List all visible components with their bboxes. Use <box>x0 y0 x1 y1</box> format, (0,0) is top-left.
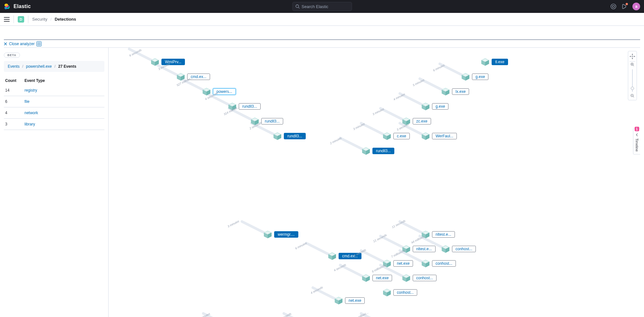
global-search[interactable]: Search Elastic <box>292 2 352 11</box>
pan-control[interactable] <box>629 53 636 60</box>
svg-marker-10 <box>630 56 631 57</box>
edge-duration-label: 6 seconds <box>129 48 142 57</box>
process-node[interactable]: lx.exe <box>441 87 469 96</box>
svg-marker-11 <box>634 56 635 57</box>
edge-duration-label: 11 seconds <box>373 233 388 243</box>
process-cube-icon <box>402 117 411 126</box>
edge-duration-label: 4 minutes <box>393 93 406 101</box>
app-name: Elastic <box>14 4 31 9</box>
process-node[interactable]: rundll3... <box>273 132 306 141</box>
table-row[interactable]: 6file <box>4 96 104 107</box>
table-row[interactable]: 14registry <box>4 85 104 96</box>
timeline-flyout-tab[interactable]: 1 Timeline <box>633 128 640 154</box>
process-cube-icon <box>361 146 370 155</box>
process-node[interactable]: powers... <box>202 87 236 96</box>
help-icon[interactable] <box>610 4 616 9</box>
process-label: rundll3... <box>372 148 394 154</box>
news-icon[interactable] <box>621 4 627 9</box>
process-node[interactable]: wermgr.... <box>263 230 298 239</box>
process-graph-canvas[interactable]: WmiPrv...6 seconds cmd.ex...3 minutes po… <box>109 48 640 317</box>
process-node[interactable]: g.exe <box>421 102 448 111</box>
search-placeholder: Search Elastic <box>302 4 328 9</box>
breadcrumb-security[interactable]: Security <box>32 17 47 22</box>
edge-duration-label: 3 minutes <box>227 220 240 228</box>
crumb-current: 27 Events <box>58 64 76 69</box>
process-node[interactable]: nltest.e... <box>421 230 455 239</box>
process-node[interactable]: nltest.e... <box>402 244 436 253</box>
process-node[interactable]: rundll3... <box>361 146 394 155</box>
process-node[interactable]: WerFaul... <box>421 132 457 141</box>
zoom-in-button[interactable] <box>630 63 634 67</box>
analyzer-bar: Close analyzer <box>4 39 640 48</box>
process-cube-icon <box>461 72 470 81</box>
close-analyzer-button[interactable]: Close analyzer <box>4 42 34 46</box>
edge-duration-label: 76 millisec... <box>353 311 369 317</box>
process-label: powers... <box>213 88 236 95</box>
process-cube-icon <box>228 102 237 111</box>
process-label: conhost... <box>432 260 456 267</box>
process-node[interactable]: rundll3... <box>228 102 261 111</box>
edge-duration-label: 5 minutes <box>412 78 425 87</box>
process-cube-icon <box>421 230 430 239</box>
process-label: net.exe <box>393 260 413 267</box>
process-node[interactable]: rundll3... <box>250 117 283 126</box>
process-node[interactable]: cmd.ex... <box>176 72 210 81</box>
nav-toggle-icon[interactable] <box>4 17 10 22</box>
process-label: rundll3... <box>284 133 306 139</box>
elastic-logo-icon <box>4 3 10 10</box>
zoom-slider[interactable] <box>632 69 633 92</box>
process-node[interactable]: net.exe <box>382 259 413 268</box>
svg-line-1 <box>298 7 300 9</box>
svg-point-12 <box>632 56 633 57</box>
process-label: net.exe <box>372 275 392 281</box>
process-label: g.exe <box>472 74 488 80</box>
process-node[interactable]: WmiPrv... <box>150 57 185 66</box>
edge-duration-label: 3 minutes <box>353 122 365 131</box>
process-cube-icon <box>441 244 450 253</box>
svg-point-0 <box>296 5 299 8</box>
process-node[interactable]: c.exe <box>382 132 410 141</box>
process-cube-icon <box>481 57 490 66</box>
timeline-label: Timeline <box>635 138 639 152</box>
edge-duration-label: 11 seconds <box>391 219 406 229</box>
edge-duration-label: 3 minutes <box>372 107 385 116</box>
edge-duration-label: 4 seconds <box>310 286 323 295</box>
process-node[interactable]: conhost... <box>382 288 417 297</box>
process-node[interactable]: net.exe <box>361 273 392 282</box>
process-label: lx.exe <box>452 88 469 95</box>
chevron-left-icon <box>635 133 639 136</box>
process-node[interactable]: cmd.ex... <box>328 252 361 261</box>
user-avatar[interactable]: a <box>632 3 640 10</box>
crumb-events[interactable]: Events <box>8 64 20 69</box>
header-actions: a <box>610 3 640 10</box>
process-label: cmd.ex... <box>339 253 361 259</box>
process-cube-icon <box>263 230 272 239</box>
process-node[interactable]: conhost... <box>421 259 456 268</box>
process-cube-icon <box>421 259 430 268</box>
zoom-out-button[interactable] <box>630 94 634 99</box>
space-selector[interactable]: D <box>18 16 24 23</box>
process-node[interactable]: g.exe <box>461 72 488 81</box>
svg-line-14 <box>633 65 634 66</box>
notification-dot <box>626 3 628 5</box>
process-cube-icon <box>382 288 391 297</box>
svg-marker-9 <box>632 58 633 59</box>
process-node[interactable]: conhost... <box>402 273 437 282</box>
global-header: Elastic Search Elastic a <box>0 0 644 13</box>
breadcrumb-detections[interactable]: Detections <box>55 17 76 22</box>
process-node[interactable]: tl.exe <box>481 57 508 66</box>
process-node[interactable]: conhost... <box>441 244 476 253</box>
process-cube-icon <box>334 296 343 305</box>
process-node[interactable]: zc.exe <box>402 117 431 126</box>
edge-duration-label: 2 minutes <box>330 136 342 145</box>
svg-line-18 <box>633 96 634 97</box>
process-label: conhost... <box>452 246 476 252</box>
process-node[interactable]: net.exe <box>334 296 365 305</box>
logo-area[interactable]: Elastic <box>4 3 31 10</box>
table-row[interactable]: 3library <box>4 119 104 130</box>
process-cube-icon <box>202 87 211 96</box>
table-row[interactable]: 4network <box>4 107 104 119</box>
process-label: rundll3... <box>239 103 261 110</box>
crumb-process[interactable]: powershell.exe <box>26 64 52 69</box>
analyzer-view-icon[interactable] <box>36 41 42 46</box>
